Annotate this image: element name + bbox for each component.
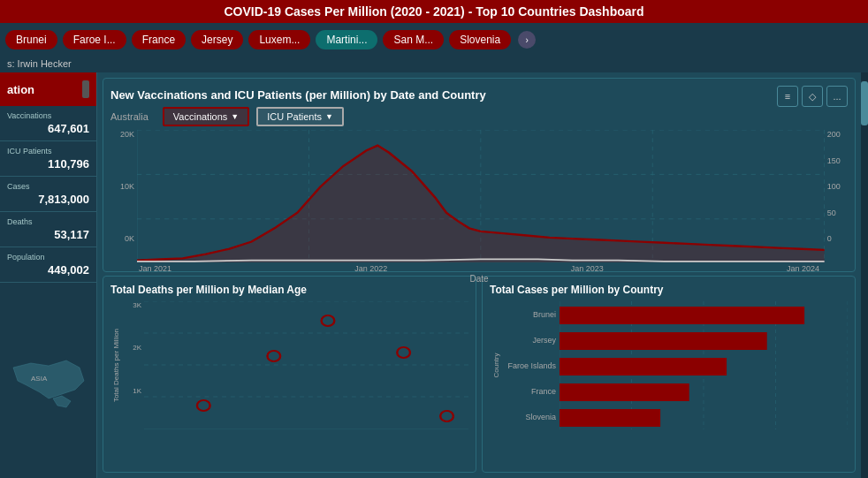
map-area: ASIA (0, 292, 96, 479)
metric-population-value: 449,002 (7, 263, 89, 277)
tab-slovenia[interactable]: Slovenia (449, 30, 511, 49)
chart-top-title: New Vaccinations and ICU Patients (per M… (110, 88, 486, 102)
bar-chart: Total Cases per Million by Country Count… (482, 276, 856, 473)
y-axis-right: 200 150 100 50 0 (825, 130, 848, 243)
filter-button[interactable]: ≡ (777, 86, 798, 107)
sidebar-title: ation (0, 72, 96, 106)
scatter-title: Total Deaths per Million by Median Age (110, 284, 468, 296)
left-sidebar: ation Vaccinations 647,601 ICU Patients … (0, 72, 97, 478)
bar-y-tick-labels: Brunei Jersey Faroe Islands France Slove… (502, 301, 560, 429)
metric-vaccinations-label: Vaccinations (7, 111, 89, 120)
scatter-y-ticks: 3K 2K 1K (123, 301, 144, 429)
bar-y-label-container: Country (490, 301, 502, 429)
metric-icu-label: ICU Patients (7, 147, 89, 156)
metric-vaccinations: Vaccinations 647,601 (0, 106, 96, 141)
tab-luxembourg[interactable]: Luxem... (248, 30, 310, 49)
metric-cases-label: Cases (7, 182, 89, 191)
clear-button[interactable]: ◇ (802, 86, 823, 107)
legend-icu: ICU Patients ▼ (256, 107, 344, 126)
metric-icu-value: 110,796 (7, 157, 89, 171)
scatter-point-5 (440, 411, 453, 421)
bar-faroe (560, 358, 727, 376)
country-tabs-row: Brunei Faroe I... France Jersey Luxem...… (0, 23, 868, 57)
metric-cases-value: 7,813,000 (7, 193, 89, 206)
author-line: s: Irwin Hecker (0, 57, 868, 72)
bar-jersey (560, 332, 767, 350)
tab-martinique[interactable]: Martini... (316, 30, 377, 49)
x-axis-labels: Jan 2021 Jan 2022 Jan 2023 Jan 2024 (110, 262, 848, 273)
scrollbar-thumb[interactable] (861, 81, 868, 125)
metric-deaths-label: Deaths (7, 217, 89, 226)
top-banner: COVID-19 Cases Per Million (2020 - 2021)… (0, 0, 868, 23)
banner-title: COVID-19 Cases Per Million (2020 - 2021)… (224, 4, 643, 19)
scatter-point-3 (322, 315, 335, 326)
metric-population-label: Population (7, 253, 89, 262)
scatter-svg (144, 301, 468, 429)
chart-subtitle: Australia (110, 111, 148, 122)
right-scrollbar[interactable] (861, 72, 868, 478)
scatter-y-label: Total Deaths per Million (113, 329, 121, 402)
scatter-point-1 (197, 400, 210, 411)
metric-vaccinations-value: 647,601 (7, 122, 89, 135)
map-svg: ASIA (4, 350, 93, 421)
more-button[interactable]: ... (826, 86, 848, 107)
metric-deaths: Deaths 53,117 (0, 212, 96, 247)
bar-brunei (560, 307, 804, 324)
scatter-point-4 (397, 347, 410, 358)
tabs-scroll-right[interactable]: › (518, 31, 536, 49)
map-asia-label: ASIA (31, 375, 48, 383)
chart-vaccinations-icu: New Vaccinations and ICU Patients (per M… (103, 78, 856, 272)
tab-france[interactable]: France (132, 30, 186, 49)
metric-cases: Cases 7,813,000 (0, 177, 96, 212)
bar-france (560, 383, 689, 401)
metric-icu: ICU Patients 110,796 (0, 141, 96, 177)
tab-brunei[interactable]: Brunei (5, 30, 57, 49)
chart-top-controls: ≡ ◇ ... (777, 86, 848, 107)
tab-faroe[interactable]: Faroe I... (63, 30, 126, 49)
tab-jersey[interactable]: Jersey (191, 30, 243, 49)
charts-area: New Vaccinations and ICU Patients (per M… (97, 72, 861, 478)
line-chart-svg (137, 130, 825, 262)
metric-population: Population 449,002 (0, 247, 96, 283)
bar-slovenia (560, 409, 660, 427)
bar-title: Total Cases per Million by Country (490, 284, 848, 296)
main-content: ation Vaccinations 647,601 ICU Patients … (0, 72, 868, 478)
bar-chart-svg (560, 301, 848, 429)
scatter-chart: Total Deaths per Million by Median Age T… (103, 276, 476, 473)
metric-deaths-value: 53,117 (7, 228, 89, 241)
x-axis-label: Date (110, 274, 848, 284)
scatter-point-2 (267, 351, 280, 361)
sidebar-metrics: Vaccinations 647,601 ICU Patients 110,79… (0, 106, 96, 292)
bar-y-label: Country (492, 353, 500, 377)
legend-vaccinations: Vaccinations ▼ (163, 107, 249, 126)
author-label: s: Irwin Hecker (7, 58, 72, 69)
scatter-y-axis-label-container: Total Deaths per Million (110, 301, 123, 429)
sidebar-scroll[interactable] (82, 80, 89, 98)
y-axis-left: 20K 10K 0K (110, 130, 137, 243)
tab-sanmarino[interactable]: San M... (383, 30, 444, 49)
charts-bottom: Total Deaths per Million by Median Age T… (103, 276, 856, 473)
